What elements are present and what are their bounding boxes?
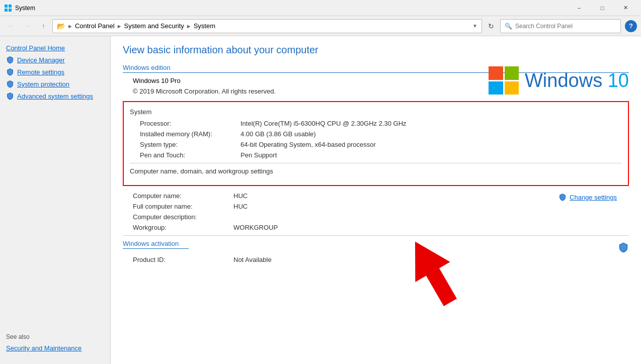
product-id-value: Not Available — [233, 256, 272, 263]
back-button[interactable]: ← — [4, 19, 18, 33]
workgroup-label: Workgroup: — [133, 224, 233, 231]
full-computer-name-row: Full computer name: HUC — [123, 203, 629, 210]
sidebar-label-advanced-system-settings: Advanced system settings — [17, 93, 93, 100]
full-computer-name-label: Full computer name: — [133, 203, 233, 210]
breadcrumb-system[interactable]: System — [194, 22, 215, 30]
computer-name-value: HUC — [233, 192, 248, 200]
processor-label: Processor: — [140, 120, 241, 127]
main-layout: Control Panel Home Device Manager — [0, 36, 641, 364]
windows-edition-value: Windows 10 Pro — [133, 77, 181, 84]
help-button[interactable]: ? — [625, 20, 637, 32]
search-box: 🔍 — [500, 19, 621, 33]
title-bar: System − □ ✕ — [0, 0, 641, 16]
pen-touch-row: Pen and Touch: Pen Support — [130, 151, 622, 159]
sidebar-item-control-panel-home[interactable]: Control Panel Home — [0, 42, 110, 54]
system-type-value: 64-bit Operating System, x64-based proce… — [241, 141, 376, 148]
content-area: Windows 10 View basic information about … — [111, 36, 641, 364]
svg-rect-3 — [9, 9, 12, 12]
change-settings-label: Change settings — [570, 194, 617, 201]
system-section-box: System Processor: Intel(R) Core(TM) i5-6… — [123, 101, 629, 186]
sidebar-content: Control Panel Home Device Manager — [0, 42, 110, 358]
computer-name-row: Computer name: HUC — [123, 192, 629, 200]
win-logo-quad-blue — [489, 81, 503, 95]
window-icon — [4, 4, 12, 12]
ram-value: 4.00 GB (3.86 GB usable) — [241, 130, 316, 138]
windows-text: Windows 10 — [525, 70, 629, 92]
refresh-button[interactable]: ↻ — [484, 19, 498, 33]
system-section-label: System — [130, 108, 622, 116]
processor-value: Intel(R) Core(TM) i5-6300HQ CPU @ 2.30GH… — [241, 120, 407, 127]
sidebar-item-advanced-system-settings[interactable]: Advanced system settings — [0, 90, 110, 102]
pen-touch-label: Pen and Touch: — [140, 151, 241, 159]
activation-shield — [618, 242, 629, 254]
sidebar-label-system-protection: System protection — [17, 80, 69, 88]
see-also-label: See also — [6, 333, 104, 340]
path-dropdown-icon[interactable]: ▼ — [472, 23, 477, 29]
sidebar-item-security-maintenance[interactable]: Security and Maintenance — [6, 342, 104, 354]
address-bar: ← → ↑ 📂 ► Control Panel ► System and Sec… — [0, 16, 641, 36]
up-button[interactable]: ↑ — [36, 19, 50, 33]
processor-row: Processor: Intel(R) Core(TM) i5-6300HQ C… — [130, 120, 622, 127]
pen-touch-value: Pen Support — [241, 151, 277, 159]
full-computer-name-value: HUC — [233, 203, 248, 210]
sidebar: Control Panel Home Device Manager — [0, 36, 111, 364]
win-logo-quad-green — [505, 66, 519, 80]
sidebar-label-remote-settings: Remote settings — [17, 68, 64, 76]
workgroup-value: WORKGROUP — [233, 224, 278, 231]
computer-description-label: Computer description: — [133, 213, 233, 221]
computer-name-section-label: Computer name, domain, and workgroup set… — [130, 167, 622, 175]
ram-row: Installed memory (RAM): 4.00 GB (3.86 GB… — [130, 130, 622, 138]
breadcrumb-system-security[interactable]: System and Security — [124, 22, 184, 30]
sidebar-footer: See also Security and Maintenance — [0, 327, 110, 358]
system-type-row: System type: 64-bit Operating System, x6… — [130, 141, 622, 148]
svg-rect-0 — [5, 5, 8, 8]
shield-change-settings-icon — [558, 193, 567, 201]
sidebar-top: Control Panel Home Device Manager — [0, 42, 110, 327]
window: System − □ ✕ ← → ↑ 📂 ► Control Panel ► S… — [0, 0, 641, 364]
search-input[interactable] — [515, 23, 616, 30]
windows-activation-section: Windows activation Product ID: Not Avail… — [123, 240, 629, 263]
page-title: View basic information about your comput… — [123, 44, 629, 56]
windows-version: 10 — [608, 70, 629, 91]
activation-shield-icon — [618, 242, 629, 253]
sidebar-item-system-protection[interactable]: System protection — [0, 78, 110, 90]
product-id-label: Product ID: — [133, 256, 233, 263]
workgroup-row: Workgroup: WORKGROUP — [123, 224, 629, 231]
close-button[interactable]: ✕ — [614, 0, 637, 16]
shield-icon — [6, 92, 14, 100]
shield-icon — [6, 80, 14, 88]
svg-rect-2 — [5, 9, 8, 12]
windows-activation-label: Windows activation — [123, 240, 189, 249]
forward-button[interactable]: → — [20, 19, 34, 33]
computer-name-label: Computer name: — [133, 192, 233, 200]
sidebar-item-device-manager[interactable]: Device Manager — [0, 54, 110, 66]
windows-word: Windows — [525, 70, 608, 91]
sidebar-label-control-panel-home: Control Panel Home — [6, 44, 65, 52]
windows-logo-area: Windows 10 — [489, 66, 629, 95]
window-title: System — [15, 5, 568, 12]
ram-label: Installed memory (RAM): — [140, 130, 241, 138]
window-controls: − □ ✕ — [568, 0, 637, 16]
sidebar-item-remote-settings[interactable]: Remote settings — [0, 66, 110, 78]
system-type-label: System type: — [140, 141, 241, 148]
minimize-button[interactable]: − — [568, 0, 591, 16]
win-logo-quad-red — [489, 66, 503, 80]
folder-icon: 📂 — [57, 22, 65, 30]
activation-divider — [123, 235, 629, 236]
computer-description-row: Computer description: — [123, 213, 629, 221]
maximize-button[interactable]: □ — [591, 0, 614, 16]
computer-name-group: Computer name: HUC Full computer name: H… — [123, 192, 629, 231]
address-path: 📂 ► Control Panel ► System and Security … — [52, 19, 482, 33]
breadcrumb-control-panel[interactable]: Control Panel — [75, 22, 115, 30]
product-id-row: Product ID: Not Available — [123, 256, 629, 263]
svg-rect-1 — [9, 5, 12, 8]
win-logo-quad-yellow — [505, 81, 519, 95]
shield-icon — [6, 56, 14, 64]
divider — [130, 163, 622, 163]
windows-logo-grid — [489, 66, 519, 95]
search-icon: 🔍 — [505, 23, 512, 30]
sidebar-label-security-maintenance: Security and Maintenance — [6, 344, 82, 352]
sidebar-label-device-manager: Device Manager — [17, 56, 65, 64]
change-settings-link[interactable]: Change settings — [558, 193, 617, 201]
shield-icon — [6, 68, 14, 76]
